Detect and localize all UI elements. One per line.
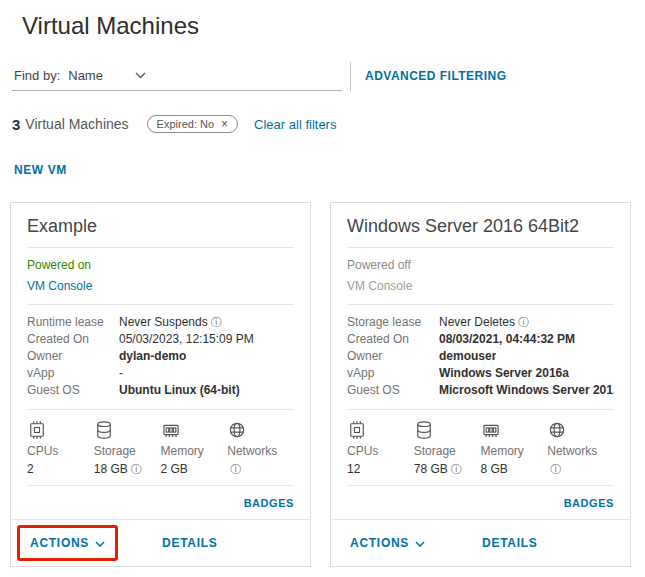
field-value: Ubuntu Linux (64-bit) (119, 382, 240, 399)
field-label: Guest OS (27, 382, 119, 399)
network-icon (227, 420, 247, 440)
stat-label: Memory (161, 444, 204, 458)
actions-label: ACTIONS (30, 536, 89, 550)
card-footer: ACTIONS DETAILS (11, 519, 310, 566)
info-icon[interactable]: ⓘ (131, 463, 142, 475)
info-icon[interactable]: ⓘ (518, 316, 529, 328)
stat-value: 18 GBⓘ (94, 462, 142, 477)
field-value: 08/03/2021, 04:44:32 PM (439, 331, 575, 348)
stat-value: ⓘ (547, 462, 561, 477)
actions-button[interactable]: ACTIONS (350, 536, 425, 550)
card-footer: ACTIONS DETAILS (331, 519, 630, 566)
stat-networks: Networks ⓘ (227, 420, 294, 477)
vm-card-windows-server: Windows Server 2016 64Bit2 Powered off V… (330, 202, 631, 567)
field-label: Owner (27, 348, 119, 365)
field-value: Never Deletesⓘ (439, 314, 529, 331)
new-vm-button[interactable]: NEW VM (14, 163, 67, 177)
field-row: Owner dylan-demo (27, 348, 294, 365)
stat-value: ⓘ (227, 462, 241, 477)
actions-label: ACTIONS (350, 536, 409, 550)
vm-details-list: Runtime lease Never Suspendsⓘ Created On… (11, 305, 310, 409)
page-title: Virtual Machines (22, 12, 635, 40)
field-value: 05/03/2023, 12:15:09 PM (119, 331, 254, 348)
filter-row: Find by: Name ADVANCED FILTERING (12, 62, 635, 91)
stat-label: Storage (414, 444, 456, 458)
field-value: Windows Server 2016a (439, 365, 569, 382)
details-button[interactable]: DETAILS (162, 536, 217, 550)
find-by-dropdown[interactable]: Find by: Name (12, 62, 342, 91)
badges-link[interactable]: BADGES (244, 497, 294, 509)
advanced-filtering-link[interactable]: ADVANCED FILTERING (350, 62, 507, 91)
stat-storage: Storage 78 GBⓘ (414, 420, 481, 477)
vm-stats: CPUs 12 Storage 78 GBⓘ Memory 8 GB (331, 410, 630, 485)
stat-cpus: CPUs 12 (347, 420, 414, 477)
info-icon[interactable]: ⓘ (451, 463, 462, 475)
stat-memory: Memory 8 GB (481, 420, 548, 477)
cpu-icon (347, 420, 367, 440)
info-icon[interactable]: ⓘ (550, 463, 561, 475)
vm-stats: CPUs 2 Storage 18 GBⓘ Memory 2 GB (11, 410, 310, 485)
field-label: vApp (347, 365, 439, 382)
stat-storage: Storage 18 GBⓘ (94, 420, 161, 477)
field-row: Created On 08/03/2021, 04:44:32 PM (347, 331, 614, 348)
actions-button[interactable]: ACTIONS (30, 536, 105, 550)
field-row: Guest OS Ubuntu Linux (64-bit) (27, 382, 294, 399)
stat-cpus: CPUs 2 (27, 420, 94, 477)
field-label: Owner (347, 348, 439, 365)
vm-title[interactable]: Windows Server 2016 64Bit2 (331, 203, 630, 247)
field-row: Runtime lease Never Suspendsⓘ (27, 314, 294, 331)
stat-networks: Networks ⓘ (547, 420, 614, 477)
field-label: Runtime lease (27, 314, 119, 331)
vm-details-list: Storage lease Never Deletesⓘ Created On … (331, 305, 630, 409)
info-icon[interactable]: ⓘ (211, 316, 222, 328)
results-count: 3 (12, 116, 20, 133)
badges-link[interactable]: BADGES (564, 497, 614, 509)
field-row: Storage lease Never Deletesⓘ (347, 314, 614, 331)
stat-label: Networks (227, 444, 277, 458)
field-label: Guest OS (347, 382, 439, 399)
stat-value: 78 GBⓘ (414, 462, 462, 477)
results-count-row: 3 Virtual Machines Expired: No × Clear a… (12, 115, 635, 133)
stat-label: Storage (94, 444, 136, 458)
actions-highlight-annotation: ACTIONS (17, 525, 118, 561)
field-label: Created On (27, 331, 119, 348)
vm-status-section: Powered off VM Console (331, 248, 630, 304)
field-row: vApp Windows Server 2016a (347, 365, 614, 382)
stat-memory: Memory 2 GB (161, 420, 228, 477)
info-icon[interactable]: ⓘ (230, 463, 241, 475)
stat-label: CPUs (27, 444, 58, 458)
stat-label: Networks (547, 444, 597, 458)
field-value: Never Suspendsⓘ (119, 314, 222, 331)
network-icon (547, 420, 567, 440)
chevron-down-icon (415, 541, 425, 547)
field-row: Owner demouser (347, 348, 614, 365)
memory-icon (481, 420, 501, 440)
field-label: Storage lease (347, 314, 439, 331)
cpu-icon (27, 420, 47, 440)
field-value: - (119, 365, 123, 382)
vm-console-link[interactable]: VM Console (27, 279, 92, 293)
actions-box: ACTIONS (337, 525, 438, 561)
vm-card-grid: Example Powered on VM Console Runtime le… (10, 202, 635, 567)
chevron-down-icon (135, 72, 146, 79)
power-status: Powered off (347, 258, 614, 272)
filter-chip-label: Expired: No (157, 118, 214, 130)
vm-status-section: Powered on VM Console (11, 248, 310, 304)
field-label: vApp (27, 365, 119, 382)
details-button[interactable]: DETAILS (482, 536, 537, 550)
stat-value: 2 GB (161, 462, 188, 476)
vm-title[interactable]: Example (11, 203, 310, 247)
badges-row: BADGES (11, 486, 310, 519)
vm-console-link: VM Console (347, 279, 412, 293)
results-count-label: Virtual Machines (25, 116, 128, 132)
close-icon[interactable]: × (221, 118, 228, 130)
field-row: Guest OS Microsoft Windows Server 201... (347, 382, 614, 399)
memory-icon (161, 420, 181, 440)
clear-all-filters-link[interactable]: Clear all filters (254, 117, 336, 132)
stat-value: 12 (347, 462, 360, 476)
vm-list-page: Virtual Machines Find by: Name ADVANCED … (0, 0, 645, 571)
stat-label: CPUs (347, 444, 378, 458)
filter-chip-expired[interactable]: Expired: No × (147, 115, 239, 133)
field-row: Created On 05/03/2023, 12:15:09 PM (27, 331, 294, 348)
power-status: Powered on (27, 258, 294, 272)
